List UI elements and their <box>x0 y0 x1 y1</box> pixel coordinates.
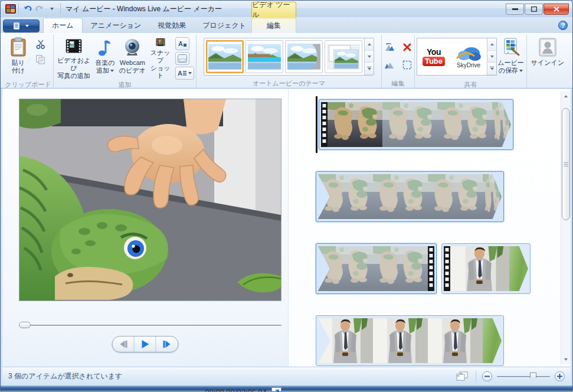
share-gallery: You Tube SkyDrive <box>417 38 497 76</box>
seek-slider[interactable] <box>19 322 281 329</box>
clip-thumbnail <box>318 174 373 219</box>
timeline-clip[interactable] <box>441 243 531 294</box>
theme-fade-thumbnail <box>327 43 360 71</box>
delete-button[interactable] <box>400 40 414 54</box>
undo-icon <box>24 5 32 12</box>
help-button[interactable]: ? <box>558 21 568 30</box>
playhead-indicator[interactable] <box>316 96 317 153</box>
skydrive-label: SkyDrive <box>457 62 480 68</box>
rotate-left-button[interactable] <box>382 40 397 54</box>
next-frame-button[interactable] <box>156 337 178 352</box>
storyboard-scrollbar[interactable] <box>561 92 571 364</box>
title-bar: マイ ムービー - Windows Live ムービー メーカー ビデオ ツール <box>1 1 572 17</box>
theme-scroll-down-button[interactable] <box>365 51 374 63</box>
clip-thumbnail <box>318 318 373 363</box>
webcam-video-button[interactable]: Webcam のビデオ <box>117 35 147 80</box>
storyboard-row <box>316 171 560 222</box>
theme-item-default[interactable] <box>206 40 244 73</box>
zoom-slider-track[interactable] <box>497 376 550 377</box>
zoom-slider-thumb[interactable] <box>530 373 536 381</box>
snapshot-icon <box>150 37 171 47</box>
select-all-button[interactable] <box>400 58 414 72</box>
timeline-clip[interactable] <box>316 243 437 294</box>
file-menu-button[interactable] <box>3 19 40 32</box>
theme-scroll-up-button[interactable] <box>365 38 374 51</box>
share-gallery-expand-button[interactable] <box>487 63 496 75</box>
tab-edit[interactable]: 編集 <box>251 18 296 33</box>
thumbnail-size-button[interactable] <box>454 370 470 384</box>
minimize-button[interactable] <box>506 4 524 15</box>
timeline-clip[interactable] <box>319 99 513 150</box>
add-video-photo-icon <box>64 37 84 55</box>
theme-gallery-expand-button[interactable] <box>365 63 374 75</box>
svg-text:A: A <box>178 70 182 77</box>
previous-frame-button[interactable] <box>113 337 135 352</box>
share-youtube-button[interactable]: You Tube <box>417 38 450 75</box>
play-button[interactable] <box>135 337 156 352</box>
selection-status-text: 3 個のアイテムが選択されています <box>8 371 122 381</box>
scrollbar-track[interactable] <box>561 101 571 355</box>
theme-item-fade[interactable] <box>325 40 362 73</box>
ribbon-group-share: You Tube SkyDrive <box>415 35 527 88</box>
zoom-out-button[interactable] <box>482 371 492 381</box>
zoom-in-button[interactable] <box>555 371 565 381</box>
maximize-icon <box>531 6 537 12</box>
scroll-down-button[interactable] <box>561 355 571 364</box>
save-movie-button[interactable]: ムービー の保存 <box>497 35 525 80</box>
redo-icon <box>35 5 44 12</box>
add-credits-button[interactable]: A <box>175 67 194 80</box>
clip-transition-arrow <box>483 318 502 363</box>
theme-contemporary-thumbnail <box>248 43 281 71</box>
add-music-button[interactable]: 音楽の 追加 <box>92 35 117 80</box>
cut-button[interactable] <box>34 38 47 51</box>
gallery-expand-icon <box>367 67 371 70</box>
copy-icon <box>36 55 45 64</box>
scroll-up-button[interactable] <box>561 92 571 101</box>
share-scroll-up-button[interactable] <box>487 38 496 51</box>
undo-button[interactable] <box>22 4 33 14</box>
seek-thumb[interactable] <box>19 322 31 328</box>
contextual-tab-header[interactable]: ビデオ ツール <box>251 2 296 17</box>
copy-button[interactable] <box>34 53 47 66</box>
skydrive-cloud-icon <box>456 45 482 63</box>
close-icon <box>554 6 559 12</box>
tab-home[interactable]: ホーム <box>43 18 83 33</box>
rotate-right-button[interactable] <box>382 58 397 72</box>
zoom-slider[interactable] <box>497 373 550 381</box>
snapshot-button[interactable]: スナップ ショット <box>147 35 173 80</box>
arrow-up-icon <box>490 43 494 45</box>
ribbon-group-clipboard: 貼り 付け <box>3 35 54 88</box>
theme-item-cinematic[interactable] <box>285 40 323 73</box>
video-preview[interactable] <box>19 99 281 301</box>
previous-frame-icon <box>119 341 128 348</box>
seek-track[interactable] <box>19 325 281 326</box>
statusbar-separator <box>476 371 476 383</box>
tab-visual-effects[interactable]: 視覚効果 <box>149 18 194 33</box>
quick-access-toolbar <box>18 4 61 14</box>
music-note-icon <box>95 37 115 57</box>
sign-in-button[interactable]: サインイン <box>530 35 565 80</box>
paste-button[interactable]: 貼り 付け <box>5 35 32 80</box>
redo-button[interactable] <box>34 4 45 14</box>
qat-dropdown-button[interactable] <box>46 4 57 14</box>
fullscreen-button[interactable] <box>271 387 281 392</box>
timeline-clip[interactable] <box>316 171 504 222</box>
ribbon-group-add: ビデオおよび 写真の追加 音楽の 追加 <box>54 35 197 88</box>
scrollbar-thumb[interactable] <box>562 108 570 220</box>
tab-animation[interactable]: アニメーション <box>83 18 150 33</box>
share-scroll-down-button[interactable] <box>487 51 496 63</box>
maximize-button[interactable] <box>525 4 543 15</box>
add-caption-button[interactable] <box>175 52 189 65</box>
timeline-clip[interactable] <box>316 315 504 366</box>
person-icon <box>538 37 558 57</box>
webcam-icon <box>122 37 142 57</box>
tab-project[interactable]: プロジェクト <box>194 18 254 33</box>
minimize-icon <box>512 8 518 10</box>
close-button[interactable] <box>543 4 569 15</box>
share-skydrive-button[interactable]: SkyDrive <box>450 38 487 75</box>
add-videos-photos-button[interactable]: ビデオおよび 写真の追加 <box>55 35 92 80</box>
add-title-button[interactable]: A <box>175 37 189 50</box>
theme-item-contemporary[interactable] <box>245 40 283 73</box>
rotate-right-icon <box>384 60 395 70</box>
chevron-down-icon <box>25 25 29 27</box>
